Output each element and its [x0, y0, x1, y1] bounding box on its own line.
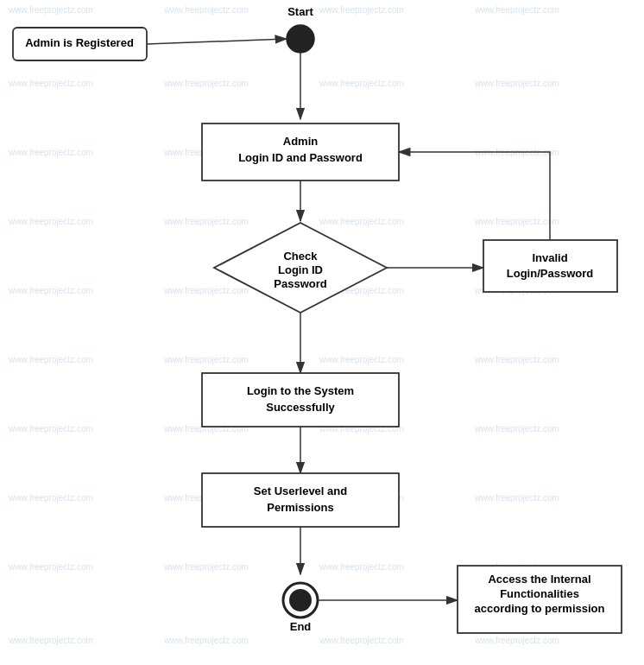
svg-text:www.freeprojectz.com: www.freeprojectz.com [163, 286, 249, 295]
userlevel-line2: Permissions [267, 501, 333, 514]
svg-text:www.freeprojectz.com: www.freeprojectz.com [474, 79, 559, 88]
arrow-registered-to-start [147, 39, 287, 44]
end-label: End [290, 620, 312, 633]
svg-text:www.freeprojectz.com: www.freeprojectz.com [163, 636, 249, 645]
svg-text:www.freeprojectz.com: www.freeprojectz.com [8, 217, 93, 226]
svg-text:www.freeprojectz.com: www.freeprojectz.com [8, 286, 93, 295]
invalid-line2: Login/Password [507, 267, 593, 280]
svg-text:www.freeprojectz.com: www.freeprojectz.com [163, 217, 249, 226]
invalid-line1: Invalid [532, 251, 567, 264]
svg-text:www.freeprojectz.com: www.freeprojectz.com [163, 79, 249, 88]
svg-text:www.freeprojectz.com: www.freeprojectz.com [319, 217, 404, 226]
login-box-line2: Login ID and Password [238, 151, 363, 164]
access-line2: Functionalities [500, 587, 579, 600]
access-line1: Access the Internal [488, 573, 590, 586]
access-line3: according to permission [475, 602, 605, 615]
svg-text:www.freeprojectz.com: www.freeprojectz.com [474, 5, 559, 15]
start-label: Start [287, 5, 313, 18]
svg-text:www.freeprojectz.com: www.freeprojectz.com [319, 5, 404, 15]
userlevel-line1: Set Userlevel and [254, 484, 347, 497]
success-line1: Login to the System [247, 384, 354, 397]
end-circle-inner [289, 589, 312, 611]
svg-text:www.freeprojectz.com: www.freeprojectz.com [474, 217, 559, 226]
svg-text:www.freeprojectz.com: www.freeprojectz.com [8, 5, 93, 15]
svg-text:www.freeprojectz.com: www.freeprojectz.com [8, 148, 93, 157]
success-box [202, 373, 399, 427]
login-box-line1: Admin [283, 135, 319, 148]
check-line1: Check [283, 250, 318, 263]
success-line2: Successfully [266, 401, 335, 414]
svg-text:www.freeprojectz.com: www.freeprojectz.com [474, 493, 559, 503]
svg-text:www.freeprojectz.com: www.freeprojectz.com [8, 493, 93, 503]
svg-text:www.freeprojectz.com: www.freeprojectz.com [319, 562, 404, 572]
userlevel-box [202, 473, 399, 527]
svg-text:www.freeprojectz.com: www.freeprojectz.com [8, 562, 93, 572]
svg-text:www.freeprojectz.com: www.freeprojectz.com [474, 424, 559, 434]
svg-text:www.freeprojectz.com: www.freeprojectz.com [163, 355, 249, 364]
svg-text:www.freeprojectz.com: www.freeprojectz.com [319, 636, 404, 645]
svg-text:www.freeprojectz.com: www.freeprojectz.com [163, 5, 249, 15]
admin-registered-label: Admin is Registered [25, 36, 134, 49]
svg-text:www.freeprojectz.com: www.freeprojectz.com [8, 636, 93, 645]
svg-text:www.freeprojectz.com: www.freeprojectz.com [474, 636, 559, 645]
arrow-invalid-to-login [399, 152, 550, 240]
start-circle [287, 25, 314, 53]
svg-text:www.freeprojectz.com: www.freeprojectz.com [319, 355, 404, 364]
svg-text:www.freeprojectz.com: www.freeprojectz.com [8, 424, 93, 434]
check-line3: Password [274, 277, 326, 290]
svg-text:www.freeprojectz.com: www.freeprojectz.com [163, 562, 249, 572]
svg-text:www.freeprojectz.com: www.freeprojectz.com [474, 355, 559, 364]
svg-text:www.freeprojectz.com: www.freeprojectz.com [8, 79, 93, 88]
svg-text:www.freeprojectz.com: www.freeprojectz.com [8, 355, 93, 364]
svg-text:www.freeprojectz.com: www.freeprojectz.com [319, 79, 404, 88]
diagram-container: www.freeprojectz.com www.freeprojectz.co… [0, 0, 644, 665]
check-line2: Login ID [278, 263, 323, 276]
invalid-box [483, 240, 617, 292]
